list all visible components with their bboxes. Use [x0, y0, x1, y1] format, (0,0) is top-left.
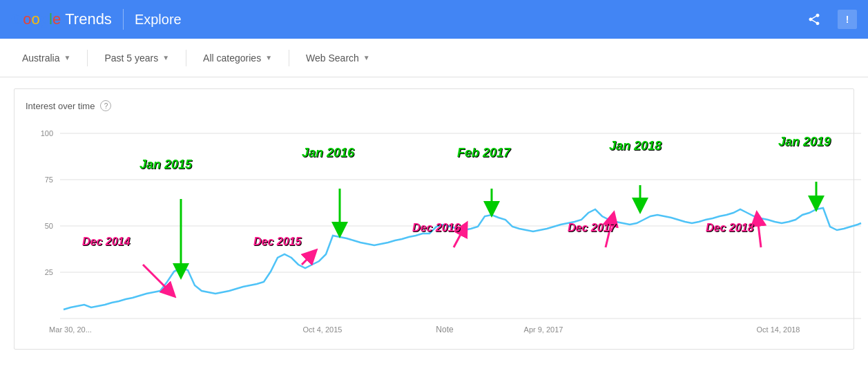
svg-line-20	[302, 254, 312, 265]
chart-svg: 100 75 50 25 Mar 30, 20... Oct 4, 2015 A…	[26, 120, 865, 341]
category-filter[interactable]: All categories ▼	[195, 48, 280, 68]
chart-container: Interest over time ? 100 75 50 25 Mar	[14, 88, 854, 350]
help-icon[interactable]: ?	[100, 100, 111, 111]
header-left: Google Trends Explore	[11, 9, 182, 30]
time-filter[interactable]: Past 5 years ▼	[96, 48, 177, 68]
header-divider	[123, 9, 124, 30]
svg-text:50: 50	[45, 222, 53, 230]
share-button[interactable]	[802, 7, 827, 32]
svg-text:75: 75	[45, 175, 53, 184]
toolbar-sep-3	[289, 50, 289, 66]
search-type-filter[interactable]: Web Search ▼	[298, 48, 378, 68]
google-logo: Google	[11, 10, 61, 28]
header: Google Trends Explore !	[0, 0, 868, 39]
svg-line-21	[454, 228, 464, 247]
svg-line-23	[758, 218, 761, 247]
category-label: All categories	[203, 53, 261, 64]
trend-line	[64, 208, 861, 310]
main-content: Interest over time ? 100 75 50 25 Mar	[0, 77, 868, 350]
toolbar-sep-2	[186, 50, 186, 66]
category-arrow-icon: ▼	[265, 54, 272, 61]
svg-line-19	[143, 265, 171, 292]
svg-text:Note: Note	[436, 325, 454, 334]
svg-text:Oct 4, 2015: Oct 4, 2015	[303, 325, 343, 334]
header-right: !	[802, 7, 857, 32]
search-type-arrow-icon: ▼	[363, 54, 370, 61]
time-arrow-icon: ▼	[162, 54, 169, 61]
chart-title-row: Interest over time ?	[26, 100, 842, 111]
explore-label: Explore	[135, 12, 182, 28]
svg-text:Mar 30, 20...: Mar 30, 20...	[49, 325, 92, 334]
chart-wrapper: 100 75 50 25 Mar 30, 20... Oct 4, 2015 A…	[26, 120, 842, 343]
region-label: Australia	[22, 53, 59, 64]
search-type-label: Web Search	[306, 53, 359, 64]
time-label: Past 5 years	[104, 53, 158, 64]
toolbar: Australia ▼ Past 5 years ▼ All categorie…	[0, 39, 868, 77]
chart-title: Interest over time	[26, 101, 95, 111]
region-arrow-icon: ▼	[64, 54, 70, 61]
toolbar-sep-1	[87, 50, 88, 66]
svg-text:Oct 14, 2018: Oct 14, 2018	[757, 325, 800, 334]
trends-label: Trends	[65, 10, 112, 28]
google-trends-logo: Google Trends	[11, 10, 112, 28]
svg-text:25: 25	[45, 268, 53, 276]
region-filter[interactable]: Australia ▼	[14, 48, 79, 68]
feedback-button[interactable]: !	[838, 10, 857, 29]
svg-line-22	[606, 218, 613, 247]
svg-text:100: 100	[41, 129, 53, 137]
svg-text:Apr 9, 2017: Apr 9, 2017	[524, 325, 563, 334]
